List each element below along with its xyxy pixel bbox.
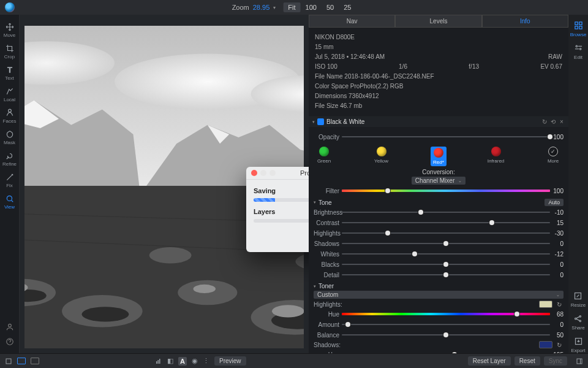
section-toner[interactable]: ▾Toner xyxy=(314,283,564,289)
conversion-label: Conversion: xyxy=(422,169,454,175)
clip-shadow-icon[interactable]: ◧ xyxy=(167,357,173,365)
tone-whites-slider[interactable] xyxy=(342,250,550,258)
right-toolbar: Browse Edit Resize Share Export xyxy=(568,15,588,353)
tool-faces[interactable]: Faces xyxy=(1,107,19,126)
tool-export[interactable]: Export xyxy=(571,337,585,353)
info-tabs: Nav Levels Info xyxy=(309,15,568,28)
left-toolbar: Move Crop Text Local Faces Mask Refine F… xyxy=(0,15,20,353)
tone-detail-slider[interactable] xyxy=(342,270,550,279)
color-yellow[interactable]: Yellow xyxy=(374,147,390,166)
shadows-swatch[interactable] xyxy=(539,341,552,348)
layers-progress xyxy=(254,219,309,223)
bottom-bar: ◧ A ◉ ⋮ Preview Reset Layer Reset Sync xyxy=(0,353,588,368)
mode-edit[interactable]: Edit xyxy=(574,44,583,60)
right-panel: Nav Levels Info NIKON D800E 15 mm Jul 5,… xyxy=(309,15,568,353)
highlights-amount-slider[interactable] xyxy=(342,320,550,329)
tab-nav[interactable]: Nav xyxy=(309,15,395,28)
svg-rect-24 xyxy=(579,22,581,25)
panel-toggle-icon[interactable] xyxy=(576,358,583,365)
filter-reset-icon[interactable]: ⟲ xyxy=(550,118,556,125)
view-mode-compare[interactable] xyxy=(31,358,39,364)
filter-refresh-icon[interactable]: ↻ xyxy=(541,118,548,125)
tone-highlights-slider[interactable] xyxy=(342,229,550,237)
tool-local[interactable]: Local xyxy=(1,85,19,104)
chevron-down-icon[interactable]: ▾ xyxy=(273,5,276,10)
svg-rect-38 xyxy=(577,359,582,364)
tone-blacks-slider[interactable] xyxy=(342,260,550,269)
filter-header[interactable]: ▾ Black & White ↻ ⟲ × xyxy=(309,117,568,127)
tool-share[interactable]: Share xyxy=(571,314,584,331)
tool-mask[interactable]: Mask xyxy=(1,128,19,147)
clip-highlight-icon[interactable]: A xyxy=(178,357,187,366)
svg-point-30 xyxy=(575,318,577,320)
tab-levels[interactable]: Levels xyxy=(395,15,481,28)
chevron-down-icon[interactable]: ▾ xyxy=(312,120,315,125)
tone-shadows-slider[interactable] xyxy=(342,239,550,248)
layers-label: Layers xyxy=(254,208,309,215)
preview-button[interactable]: Preview xyxy=(214,356,246,366)
user-icon[interactable] xyxy=(6,323,14,332)
view-mode-single[interactable] xyxy=(17,358,26,364)
zoom-tab-100[interactable]: 100 xyxy=(301,2,322,12)
zoom-tab-fit[interactable]: Fit xyxy=(283,2,300,12)
raw-badge: RAW xyxy=(548,52,562,62)
svg-rect-34 xyxy=(6,359,11,364)
focal-length: 15 mm xyxy=(315,42,562,52)
zoom-control: Zoom 28.95 ▾ Fit 100 50 25 xyxy=(232,2,356,12)
tool-view[interactable]: View xyxy=(1,193,19,212)
dialog-title: Progress xyxy=(246,169,309,177)
conversion-select[interactable]: Channel Mixer⌄ xyxy=(412,177,466,185)
tone-brightness-slider[interactable] xyxy=(342,208,550,217)
progress-dialog: Progress Saving Layers Cancel xyxy=(246,167,309,252)
canvas-area[interactable]: Progress Saving Layers Cancel xyxy=(20,15,309,353)
tool-refine[interactable]: Refine xyxy=(1,150,19,169)
dialog-titlebar[interactable]: Progress xyxy=(246,167,309,180)
svg-rect-35 xyxy=(156,361,157,364)
reset-layer-button[interactable]: Reset Layer xyxy=(468,356,511,366)
tool-resize[interactable]: Resize xyxy=(571,291,586,308)
color-more[interactable]: More xyxy=(545,147,561,166)
color-infrared[interactable]: Infrared xyxy=(488,147,504,166)
histogram-icon[interactable] xyxy=(155,358,162,365)
tool-crop[interactable]: Crop xyxy=(1,42,19,61)
svg-point-1 xyxy=(8,324,11,327)
tool-fix[interactable]: Fix xyxy=(1,171,19,190)
highlights-swatch[interactable] xyxy=(539,301,552,308)
opacity-slider[interactable] xyxy=(342,132,550,141)
color-red[interactable]: Red* xyxy=(431,147,447,166)
tone-contrast-slider[interactable] xyxy=(342,218,550,227)
ev: EV 0.67 xyxy=(540,62,562,72)
highlights-hue-slider[interactable] xyxy=(342,310,550,318)
svg-point-16 xyxy=(81,307,129,321)
shadows-reset-icon[interactable]: ↻ xyxy=(555,342,564,348)
filter-slider[interactable] xyxy=(342,186,550,195)
auto-button[interactable]: Auto xyxy=(545,199,564,206)
layout-icon[interactable] xyxy=(5,358,12,365)
color-green[interactable]: Green xyxy=(316,147,332,166)
tab-info[interactable]: Info xyxy=(482,15,568,28)
zoom-value[interactable]: 28.95 xyxy=(253,4,270,11)
reset-button[interactable]: Reset xyxy=(514,356,540,366)
toner-preset-select[interactable]: Custom⌄ xyxy=(314,291,564,299)
aperture: f/13 xyxy=(469,62,479,72)
zoom-tab-50[interactable]: 50 xyxy=(322,2,339,12)
svg-point-28 xyxy=(579,48,581,50)
section-tone[interactable]: ▾ToneAuto xyxy=(314,199,564,206)
more-icon[interactable]: ⋮ xyxy=(203,357,209,365)
soft-proof-icon[interactable]: ◉ xyxy=(192,357,198,365)
help-icon[interactable] xyxy=(6,337,14,347)
iso: ISO 100 xyxy=(315,62,337,72)
highlights-reset-icon[interactable]: ↻ xyxy=(555,301,564,308)
zoom-tab-25[interactable]: 25 xyxy=(339,2,356,12)
tool-text[interactable]: Text xyxy=(1,64,19,83)
highlights-balance-slider[interactable] xyxy=(342,331,550,339)
filter-enable-icon[interactable] xyxy=(317,118,324,125)
filter-controls[interactable]: Opacity 100 Green Yellow Red* Infrared M… xyxy=(309,127,568,353)
svg-point-32 xyxy=(579,320,581,322)
saving-progress xyxy=(254,198,309,202)
sync-button[interactable]: Sync xyxy=(544,356,567,366)
tool-move[interactable]: Move xyxy=(1,21,19,40)
shadows-hue-slider[interactable] xyxy=(342,350,550,353)
filter-close-icon[interactable]: × xyxy=(559,118,565,125)
mode-browse[interactable]: Browse xyxy=(570,21,587,37)
